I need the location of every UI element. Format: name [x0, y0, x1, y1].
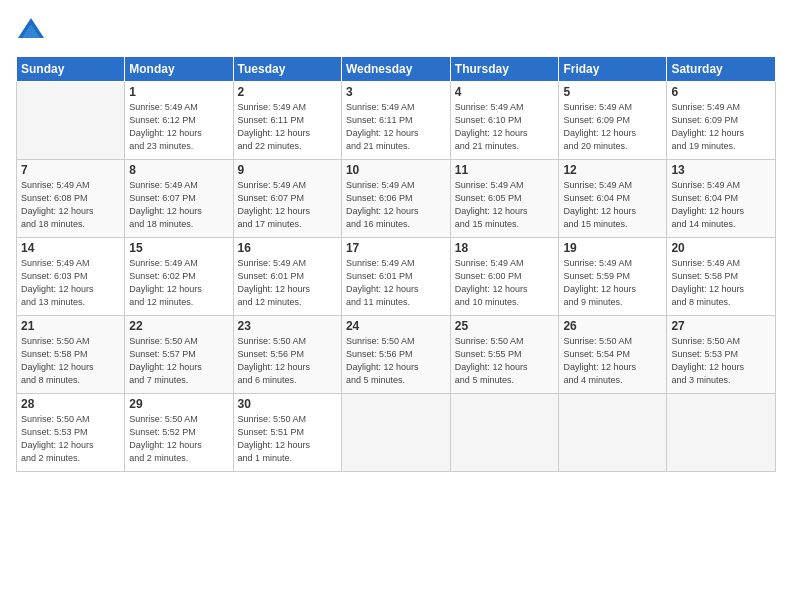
day-info: Sunrise: 5:49 AM Sunset: 6:04 PM Dayligh…	[671, 179, 771, 231]
day-number: 3	[346, 85, 446, 99]
day-info: Sunrise: 5:49 AM Sunset: 6:02 PM Dayligh…	[129, 257, 228, 309]
day-number: 25	[455, 319, 555, 333]
day-number: 10	[346, 163, 446, 177]
day-info: Sunrise: 5:49 AM Sunset: 5:58 PM Dayligh…	[671, 257, 771, 309]
calendar-cell: 27Sunrise: 5:50 AM Sunset: 5:53 PM Dayli…	[667, 316, 776, 394]
calendar-cell: 12Sunrise: 5:49 AM Sunset: 6:04 PM Dayli…	[559, 160, 667, 238]
day-info: Sunrise: 5:50 AM Sunset: 5:53 PM Dayligh…	[671, 335, 771, 387]
day-info: Sunrise: 5:49 AM Sunset: 6:03 PM Dayligh…	[21, 257, 120, 309]
calendar-cell: 2Sunrise: 5:49 AM Sunset: 6:11 PM Daylig…	[233, 82, 341, 160]
calendar-cell: 1Sunrise: 5:49 AM Sunset: 6:12 PM Daylig…	[125, 82, 233, 160]
calendar-cell: 16Sunrise: 5:49 AM Sunset: 6:01 PM Dayli…	[233, 238, 341, 316]
day-number: 9	[238, 163, 337, 177]
calendar-cell	[667, 394, 776, 472]
calendar-header-tuesday: Tuesday	[233, 57, 341, 82]
calendar-cell: 19Sunrise: 5:49 AM Sunset: 5:59 PM Dayli…	[559, 238, 667, 316]
calendar-cell: 13Sunrise: 5:49 AM Sunset: 6:04 PM Dayli…	[667, 160, 776, 238]
calendar-cell: 26Sunrise: 5:50 AM Sunset: 5:54 PM Dayli…	[559, 316, 667, 394]
day-number: 28	[21, 397, 120, 411]
day-number: 20	[671, 241, 771, 255]
day-info: Sunrise: 5:49 AM Sunset: 6:01 PM Dayligh…	[346, 257, 446, 309]
page-header	[16, 16, 776, 46]
calendar-cell: 20Sunrise: 5:49 AM Sunset: 5:58 PM Dayli…	[667, 238, 776, 316]
day-number: 4	[455, 85, 555, 99]
calendar-header-sunday: Sunday	[17, 57, 125, 82]
calendar-header-thursday: Thursday	[450, 57, 559, 82]
day-number: 16	[238, 241, 337, 255]
day-number: 29	[129, 397, 228, 411]
calendar-cell: 25Sunrise: 5:50 AM Sunset: 5:55 PM Dayli…	[450, 316, 559, 394]
calendar-cell: 4Sunrise: 5:49 AM Sunset: 6:10 PM Daylig…	[450, 82, 559, 160]
calendar-cell: 5Sunrise: 5:49 AM Sunset: 6:09 PM Daylig…	[559, 82, 667, 160]
day-info: Sunrise: 5:50 AM Sunset: 5:52 PM Dayligh…	[129, 413, 228, 465]
calendar-header-monday: Monday	[125, 57, 233, 82]
calendar-cell	[17, 82, 125, 160]
calendar-cell: 23Sunrise: 5:50 AM Sunset: 5:56 PM Dayli…	[233, 316, 341, 394]
day-number: 30	[238, 397, 337, 411]
calendar-header-saturday: Saturday	[667, 57, 776, 82]
day-number: 1	[129, 85, 228, 99]
day-number: 23	[238, 319, 337, 333]
calendar-week-row: 1Sunrise: 5:49 AM Sunset: 6:12 PM Daylig…	[17, 82, 776, 160]
calendar-cell: 28Sunrise: 5:50 AM Sunset: 5:53 PM Dayli…	[17, 394, 125, 472]
calendar-cell: 29Sunrise: 5:50 AM Sunset: 5:52 PM Dayli…	[125, 394, 233, 472]
calendar-cell: 3Sunrise: 5:49 AM Sunset: 6:11 PM Daylig…	[341, 82, 450, 160]
calendar-cell: 8Sunrise: 5:49 AM Sunset: 6:07 PM Daylig…	[125, 160, 233, 238]
day-info: Sunrise: 5:50 AM Sunset: 5:58 PM Dayligh…	[21, 335, 120, 387]
calendar-cell: 18Sunrise: 5:49 AM Sunset: 6:00 PM Dayli…	[450, 238, 559, 316]
calendar-cell: 11Sunrise: 5:49 AM Sunset: 6:05 PM Dayli…	[450, 160, 559, 238]
calendar-week-row: 7Sunrise: 5:49 AM Sunset: 6:08 PM Daylig…	[17, 160, 776, 238]
day-info: Sunrise: 5:50 AM Sunset: 5:51 PM Dayligh…	[238, 413, 337, 465]
day-info: Sunrise: 5:49 AM Sunset: 6:10 PM Dayligh…	[455, 101, 555, 153]
calendar-cell: 21Sunrise: 5:50 AM Sunset: 5:58 PM Dayli…	[17, 316, 125, 394]
day-info: Sunrise: 5:50 AM Sunset: 5:55 PM Dayligh…	[455, 335, 555, 387]
logo-icon	[16, 16, 46, 46]
logo	[16, 16, 52, 46]
day-info: Sunrise: 5:49 AM Sunset: 6:07 PM Dayligh…	[129, 179, 228, 231]
day-info: Sunrise: 5:50 AM Sunset: 5:53 PM Dayligh…	[21, 413, 120, 465]
day-number: 12	[563, 163, 662, 177]
day-number: 13	[671, 163, 771, 177]
calendar-cell	[341, 394, 450, 472]
calendar-cell: 7Sunrise: 5:49 AM Sunset: 6:08 PM Daylig…	[17, 160, 125, 238]
day-number: 5	[563, 85, 662, 99]
day-info: Sunrise: 5:49 AM Sunset: 6:04 PM Dayligh…	[563, 179, 662, 231]
day-number: 7	[21, 163, 120, 177]
day-info: Sunrise: 5:49 AM Sunset: 6:12 PM Dayligh…	[129, 101, 228, 153]
day-number: 15	[129, 241, 228, 255]
calendar-header-wednesday: Wednesday	[341, 57, 450, 82]
day-number: 26	[563, 319, 662, 333]
day-info: Sunrise: 5:49 AM Sunset: 6:00 PM Dayligh…	[455, 257, 555, 309]
calendar-cell: 10Sunrise: 5:49 AM Sunset: 6:06 PM Dayli…	[341, 160, 450, 238]
day-number: 6	[671, 85, 771, 99]
day-number: 14	[21, 241, 120, 255]
calendar-cell: 17Sunrise: 5:49 AM Sunset: 6:01 PM Dayli…	[341, 238, 450, 316]
day-number: 27	[671, 319, 771, 333]
calendar-cell: 15Sunrise: 5:49 AM Sunset: 6:02 PM Dayli…	[125, 238, 233, 316]
day-info: Sunrise: 5:49 AM Sunset: 6:08 PM Dayligh…	[21, 179, 120, 231]
calendar-cell: 22Sunrise: 5:50 AM Sunset: 5:57 PM Dayli…	[125, 316, 233, 394]
calendar-cell: 6Sunrise: 5:49 AM Sunset: 6:09 PM Daylig…	[667, 82, 776, 160]
day-info: Sunrise: 5:50 AM Sunset: 5:56 PM Dayligh…	[346, 335, 446, 387]
calendar-week-row: 14Sunrise: 5:49 AM Sunset: 6:03 PM Dayli…	[17, 238, 776, 316]
calendar-cell: 24Sunrise: 5:50 AM Sunset: 5:56 PM Dayli…	[341, 316, 450, 394]
day-info: Sunrise: 5:50 AM Sunset: 5:57 PM Dayligh…	[129, 335, 228, 387]
day-number: 18	[455, 241, 555, 255]
day-info: Sunrise: 5:49 AM Sunset: 6:09 PM Dayligh…	[671, 101, 771, 153]
day-info: Sunrise: 5:49 AM Sunset: 6:06 PM Dayligh…	[346, 179, 446, 231]
calendar-cell	[450, 394, 559, 472]
day-number: 11	[455, 163, 555, 177]
calendar-week-row: 28Sunrise: 5:50 AM Sunset: 5:53 PM Dayli…	[17, 394, 776, 472]
day-number: 17	[346, 241, 446, 255]
day-number: 21	[21, 319, 120, 333]
day-info: Sunrise: 5:49 AM Sunset: 6:09 PM Dayligh…	[563, 101, 662, 153]
day-info: Sunrise: 5:49 AM Sunset: 5:59 PM Dayligh…	[563, 257, 662, 309]
calendar-table: SundayMondayTuesdayWednesdayThursdayFrid…	[16, 56, 776, 472]
day-info: Sunrise: 5:49 AM Sunset: 6:11 PM Dayligh…	[346, 101, 446, 153]
day-number: 19	[563, 241, 662, 255]
day-number: 2	[238, 85, 337, 99]
day-info: Sunrise: 5:50 AM Sunset: 5:56 PM Dayligh…	[238, 335, 337, 387]
day-number: 24	[346, 319, 446, 333]
calendar-cell: 30Sunrise: 5:50 AM Sunset: 5:51 PM Dayli…	[233, 394, 341, 472]
day-info: Sunrise: 5:49 AM Sunset: 6:05 PM Dayligh…	[455, 179, 555, 231]
